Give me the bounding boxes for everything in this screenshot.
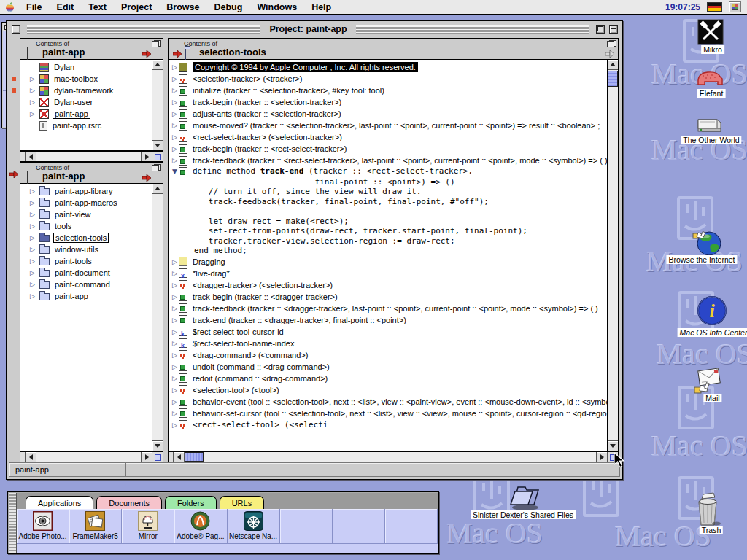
disclosure-triangle-icon[interactable]: ▷ [30,232,39,244]
disclosure-triangle-icon[interactable]: ▷ [30,197,39,209]
library-item-paint-app[interactable]: ▷paint-app [20,108,152,120]
browser-item-drag-command-command[interactable]: ▷<drag-command> (<command>) [169,349,607,361]
disclosure-triangle-icon[interactable]: ▷ [30,290,39,302]
disclosure-triangle-icon[interactable]: ▷ [169,410,179,417]
disclosure-triangle-icon[interactable]: ▷ [30,108,39,120]
menu-project[interactable]: Project [114,2,159,12]
browser-item-behavior-event-tool-selection-tool-next-li[interactable]: ▷behavior-event (tool :: <selection-tool… [169,396,607,408]
browser-item-rect-select-tracker-selection-tracker[interactable]: ▷<rect-select-tracker> (<selection-track… [169,131,607,143]
red-arrow-icon[interactable] [142,50,151,58]
disclosure-triangle-icon[interactable]: ▷ [169,351,179,359]
source-item-paint-app[interactable]: ▷paint-app [20,290,152,302]
pane-widget[interactable] [152,452,163,462]
pane-widget[interactable] [152,152,163,161]
launcher-app-mirror[interactable]: Mirror [122,509,174,544]
source-item-tools[interactable]: ▷tools [20,220,152,232]
desktop-icon-label-browse-internet[interactable]: Browse the Internet [666,255,737,264]
zoom-box[interactable] [596,25,605,34]
menu-windows[interactable]: Windows [249,2,304,12]
menu-clock[interactable]: 19:07:25 [665,2,700,12]
menu-browse[interactable]: Browse [159,2,206,12]
menu-help[interactable]: Help [304,2,338,12]
desktop-icon-elefant[interactable] [696,69,725,89]
vscroll-thumb[interactable] [608,71,618,87]
browser-item-undoit-command-drag-command[interactable]: ▷undoit (command :: <drag-command>) [169,361,607,373]
expanded-definition-track-end[interactable]: ▼define method track-end (tracker :: <re… [169,166,607,256]
pane-shade-widget[interactable] [152,164,161,171]
launcher-tab-documents[interactable]: Documents [96,496,162,509]
source-item-paint-command[interactable]: ▷paint-command [20,279,152,290]
disclosure-triangle-icon[interactable]: ▷ [169,133,179,141]
application-switcher-icon[interactable] [729,1,741,12]
launcher-tab-applications[interactable]: Applications [26,496,93,509]
disclosure-triangle-icon[interactable]: ▷ [169,293,179,300]
browser-item-selection-tracker-tracker[interactable]: ▷<selection-tracker> (<tracker>) [169,73,607,85]
red-arrow-icon[interactable] [173,50,182,58]
browser-item-track-begin-tracker-dragger-tracker[interactable]: ▷track-begin (tracker :: <dragger-tracke… [169,291,607,303]
launcher-drag-edge[interactable] [9,493,17,553]
desktop-icon-label-info-center[interactable]: Mac OS Info Center [678,328,747,337]
desktop-icon-trash[interactable] [692,491,724,531]
desktop-icon-other-world[interactable] [695,115,723,137]
source-item-paint-app-library[interactable]: ▷paint-app-library [20,185,152,197]
disclosure-triangle-icon[interactable]: ▷ [169,157,179,164]
browser-hscroll[interactable] [168,451,619,462]
browser-item-adjust-ants-tracker-selection-tracker[interactable]: ▷adjust-ants (tracker :: <selection-trac… [169,108,607,120]
red-arrow-icon[interactable] [142,174,151,182]
browser-item-behavior-set-cursor-tool-selection-tool-ne[interactable]: ▷behavior-set-cursor (tool :: <selection… [169,408,607,419]
scroll-down-button[interactable] [152,140,163,150]
disclosure-triangle-icon[interactable]: ▷ [30,85,39,96]
windowshade-box[interactable] [609,25,618,34]
source-item-paint-document[interactable]: ▷paint-document [20,267,152,279]
library-item-mac-toolbox[interactable]: ▷mac-toolbox [20,73,152,85]
source-item-paint-view[interactable]: ▷paint-view [20,209,152,220]
launcher-app-framemaker5[interactable]: FrameMaker5 [69,509,122,544]
scroll-left-button[interactable] [174,452,185,462]
browser-item-copyright-1994-by-apple-computer-inc-all-r[interactable]: ▷Copyright © 1994 by Apple Computer , In… [169,61,607,73]
browser-item-rect-select-tool-cursor-id[interactable]: ▷$rect-select-tool-cursor-id [169,326,607,338]
scroll-up-button[interactable] [608,60,618,70]
menu-file[interactable]: File [19,2,50,12]
disclosure-triangle-icon[interactable]: ▷ [30,209,39,220]
scroll-right-button[interactable] [141,152,152,161]
disclosure-triangle-icon[interactable]: ▷ [169,305,179,312]
disclosure-triangle-icon[interactable]: ▷ [169,145,179,152]
browser-item-initialize-tracker-selection-tracker-key-t[interactable]: ▷initialize (tracker :: <selection-track… [169,85,607,96]
desktop-icon-label-shared-files[interactable]: Sinister Dexter's Shared Files [471,510,576,519]
disclosure-triangle-icon[interactable]: ▷ [169,110,179,117]
launcher-tab-urls[interactable]: URLs [220,496,265,509]
scroll-up-button[interactable] [152,184,163,194]
disclosure-triangle-icon[interactable]: ▷ [30,244,39,255]
launcher-app-adobe-photo[interactable]: Adobe Photo... [17,509,69,544]
disclosure-triangle-icon[interactable]: ▷ [30,73,39,85]
browser-item-dragging[interactable]: ▷Dragging [169,256,607,268]
library-item-dylan-framework[interactable]: ▷dylan-framework [20,85,152,96]
source-item-window-utils[interactable]: ▷window-utils [20,244,152,255]
disclosure-triangle-icon[interactable]: ▷ [169,98,179,106]
sources-tree-hscroll[interactable] [20,451,163,462]
menu-debug[interactable]: Debug [206,2,249,12]
browser-item-track-end-tracker-dragger-tracker-final-po[interactable]: ▷track-end (tracker :: <dragger-tracker>… [169,314,607,326]
menu-text[interactable]: Text [81,2,114,12]
sources-tree-vscroll[interactable] [152,184,163,451]
hscroll-thumb[interactable] [185,452,204,462]
disclosure-triangle-icon[interactable]: ▷ [30,279,39,290]
scroll-up-button[interactable] [152,60,163,70]
browser-item-redoit-command-drag-command[interactable]: ▷redoit (command :: <drag-command>) [169,373,607,384]
launcher-tab-folders[interactable]: Folders [165,496,217,509]
disclosure-triangle-icon[interactable]: ▷ [169,75,179,82]
pane-shade-widget[interactable] [152,40,161,47]
library-tree-vscroll[interactable] [152,60,163,150]
source-item-selection-tools[interactable]: ▷selection-tools [20,232,152,244]
desktop-icon-label-elefant[interactable]: Elefant [697,89,726,98]
browser-item-rect-select-tool-name-index[interactable]: ▷$rect-select-tool-name-index [169,338,607,349]
desktop-icon-label-mail[interactable]: Mail [703,394,721,402]
desktop-icon-label-other-world[interactable]: The Other World [681,136,741,144]
disclosure-triangle-icon[interactable]: ▷ [169,328,179,335]
desktop-icon-mikro[interactable] [697,19,724,48]
library-item-dylan[interactable]: Dylan [20,61,152,73]
disclosure-triangle-icon[interactable]: ▷ [169,63,179,71]
disclosure-triangle-icon[interactable]: ▷ [169,386,179,394]
keyboard-layout-flag-icon[interactable] [707,2,722,12]
desktop-icon-label-trash[interactable]: Trash [700,526,723,534]
